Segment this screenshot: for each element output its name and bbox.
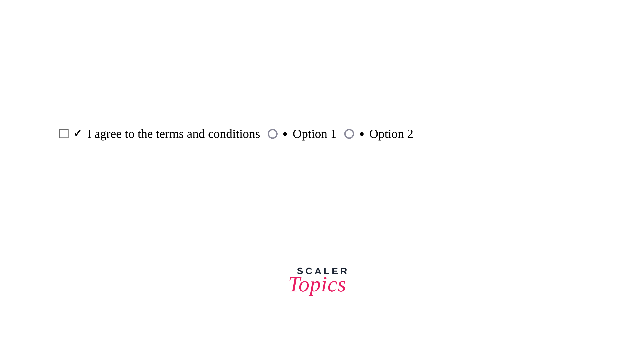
scaler-topics-logo: SCALER Topics: [295, 266, 350, 293]
agree-checkbox[interactable]: [59, 129, 68, 138]
radio-label-2: Option 2: [369, 127, 413, 140]
checkbox-label: I agree to the terms and conditions: [87, 127, 260, 140]
radio-label-1: Option 1: [293, 127, 337, 140]
radio-option-2[interactable]: [344, 129, 354, 139]
dot-icon: ●: [359, 129, 364, 138]
form-container: ✓ I agree to the terms and conditions ● …: [53, 97, 587, 200]
check-icon: ✓: [74, 128, 82, 138]
dot-icon: ●: [282, 129, 288, 138]
radio-option-1[interactable]: [268, 129, 278, 139]
logo-line-2: Topics: [285, 275, 350, 293]
